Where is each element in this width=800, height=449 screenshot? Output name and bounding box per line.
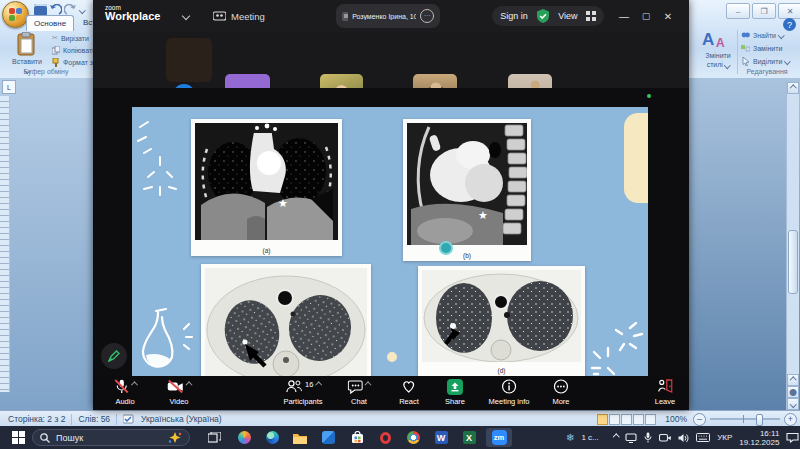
file-explorer-app-icon[interactable] — [290, 428, 310, 447]
word-count[interactable]: Слів: 56 — [78, 414, 110, 424]
chat-icon — [348, 379, 363, 394]
notification-center-icon[interactable] — [786, 432, 799, 443]
video-button[interactable]: Video — [167, 379, 192, 406]
leave-button[interactable]: Leave — [655, 379, 675, 406]
view-outline-icon[interactable] — [633, 414, 644, 425]
meeting-info-button[interactable]: Meeting info — [489, 379, 530, 406]
tray-time: 16:11 — [739, 429, 779, 438]
word-minimize-button[interactable]: – — [726, 3, 750, 19]
chat-button[interactable]: Chat — [348, 379, 371, 406]
zoom-app-icon[interactable]: zm — [486, 428, 512, 447]
share-screen-icon — [447, 379, 463, 395]
replace-button[interactable]: Замінити — [741, 44, 782, 52]
tabstop-selector[interactable]: L — [2, 80, 16, 94]
replace-icon — [741, 44, 750, 52]
ct-figure-d: (d) — [418, 266, 585, 376]
zoom-out-button[interactable]: – — [693, 413, 706, 426]
annotate-button[interactable] — [101, 343, 127, 369]
tray-camera-icon[interactable] — [659, 433, 671, 442]
word-close-button[interactable]: ✕ — [778, 3, 800, 19]
zoom-minimize-button[interactable]: — — [613, 5, 635, 27]
touch-keyboard-icon[interactable] — [696, 433, 710, 442]
heart-icon — [402, 379, 417, 394]
zoom-in-button[interactable]: + — [784, 413, 797, 426]
next-page-button[interactable] — [787, 398, 799, 410]
browse-object-button[interactable]: ● — [787, 386, 799, 398]
more-button[interactable]: More — [552, 379, 569, 406]
chrome-app-icon[interactable] — [403, 428, 423, 447]
chat-options-chevron[interactable] — [365, 382, 371, 388]
search-input[interactable]: Пошук — [32, 429, 190, 446]
nav-meeting[interactable]: Meeting — [231, 11, 265, 22]
excel-app-icon[interactable]: X — [459, 428, 479, 447]
ct-image-axial-1 — [205, 268, 367, 376]
view-web-icon[interactable] — [621, 414, 632, 425]
paste-button[interactable]: Вставити — [6, 58, 48, 65]
opera-app-icon[interactable] — [375, 428, 395, 447]
change-styles-button-line2[interactable]: стилі — [698, 61, 738, 68]
scroll-up-button[interactable] — [787, 82, 799, 94]
store-app-icon[interactable] — [347, 428, 367, 447]
weather-icon[interactable]: ❄ — [566, 432, 574, 443]
meeting-tab[interactable]: Розуменко Ірина, 10123 група, 6 ⋯ — [336, 4, 440, 28]
word-app-icon[interactable]: W — [431, 428, 451, 447]
task-view-icon — [208, 432, 221, 444]
participants-button[interactable]: 16 Participants — [283, 379, 322, 406]
zoom-close-button[interactable]: ✕ — [657, 5, 679, 27]
zoom-maximize-button[interactable]: ▢ — [635, 5, 657, 27]
edge-app-icon[interactable] — [262, 428, 282, 447]
meeting-tab-options-icon[interactable]: ⋯ — [420, 9, 434, 23]
scroll-thumb[interactable] — [788, 230, 798, 294]
view-fullscreen-icon[interactable] — [609, 414, 620, 425]
zoom-slider[interactable] — [710, 418, 780, 420]
view-draft-icon[interactable] — [645, 414, 656, 425]
task-view-button[interactable] — [204, 428, 224, 447]
find-button[interactable]: Знайти — [741, 31, 784, 39]
view-print-layout-icon[interactable] — [597, 414, 608, 425]
info-icon — [501, 379, 516, 394]
word-restore-button[interactable]: ❐ — [752, 3, 776, 19]
tray-mic-icon[interactable] — [644, 432, 652, 443]
mail-app-icon[interactable] — [318, 428, 338, 447]
spellcheck-icon[interactable] — [123, 414, 135, 425]
tray-overflow-chevron[interactable] — [613, 434, 619, 440]
vertical-scrollbar[interactable]: ● — [786, 82, 799, 410]
video-options-chevron[interactable] — [186, 382, 192, 388]
workspace-chevron[interactable] — [182, 12, 190, 20]
participants-count: 16 — [305, 380, 313, 389]
weather-temp[interactable]: 1 с... — [581, 433, 598, 442]
word-help-icon[interactable]: ? — [783, 18, 796, 31]
page-indicator[interactable]: Сторінка: 2 з 2 — [8, 414, 65, 424]
tab-home[interactable]: Основне — [26, 15, 74, 31]
participants-options-chevron[interactable] — [315, 382, 321, 388]
view-button[interactable]: View — [558, 11, 577, 21]
remote-session-icon[interactable] — [625, 433, 637, 443]
sign-in-button[interactable]: Sign in — [500, 11, 528, 21]
office-button[interactable] — [2, 1, 29, 28]
cut-icon: ✂ — [52, 34, 58, 42]
start-button[interactable] — [8, 428, 28, 447]
copilot-app-icon[interactable] — [234, 428, 254, 447]
paste-icon[interactable] — [16, 32, 36, 56]
security-shield-icon[interactable] — [536, 9, 550, 23]
select-button[interactable]: Виділити — [741, 57, 790, 66]
tray-volume-icon[interactable] — [678, 433, 689, 443]
share-button[interactable]: Share — [445, 379, 465, 406]
view-grid-icon — [586, 11, 596, 21]
audio-options-chevron[interactable] — [131, 382, 137, 388]
copy-button[interactable]: Копіювати — [52, 46, 96, 55]
language-switcher[interactable]: УКР — [717, 433, 732, 442]
zoom-slider-thumb[interactable] — [756, 414, 763, 426]
flask-doodle — [136, 307, 196, 376]
zoom-logo: zoom Workplace — [105, 5, 160, 22]
zoom-level[interactable]: 100% — [665, 414, 687, 424]
system-tray: ❄ 1 с... УКР 16:11 19.12.2025 — [566, 426, 799, 449]
language-indicator[interactable]: Українська (Україна) — [141, 414, 222, 424]
word-document-left — [0, 78, 93, 410]
teal-marker — [439, 241, 453, 255]
cut-button[interactable]: ✂Вирізати — [52, 34, 89, 42]
clock[interactable]: 16:11 19.12.2025 — [739, 429, 779, 447]
audio-button[interactable]: Audio — [113, 379, 137, 406]
react-button[interactable]: React — [399, 379, 419, 406]
change-styles-button[interactable]: Змінити — [698, 52, 738, 59]
